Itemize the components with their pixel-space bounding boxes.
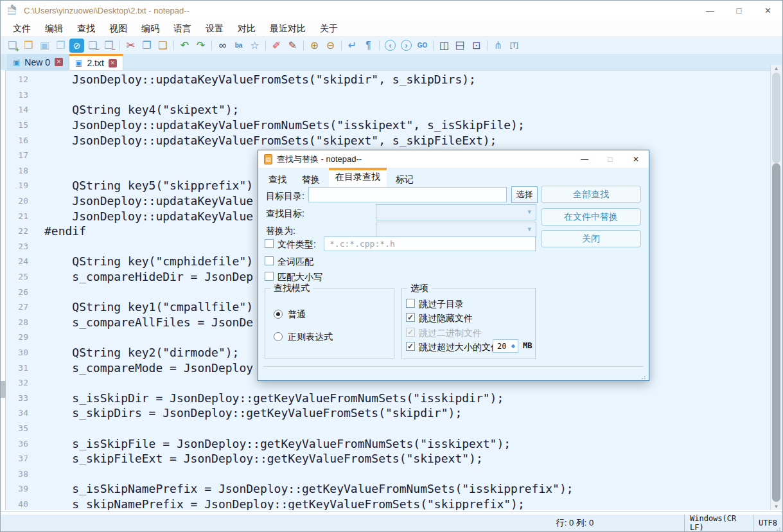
max-size-spinner[interactable]: 20◆ [493, 339, 518, 353]
file-tab-0[interactable]: ▣New 0✕ [7, 54, 69, 70]
skip-large-checkbox[interactable]: ✓ [406, 342, 415, 351]
code-line[interactable]: 38 [6, 466, 770, 481]
code-line[interactable]: 35 [6, 421, 770, 436]
dialog-title-bar: ▤ 查找与替换 - notepad-- — □ ✕ [258, 150, 649, 168]
compare-icon[interactable]: ⊘ [69, 39, 84, 53]
dialog-tab-3[interactable]: 标记 [389, 168, 420, 188]
menu-item-0[interactable]: 文件 [6, 20, 38, 37]
code-line[interactable]: 16 JsonDeploy::updataKeyValueFromSets("s… [6, 132, 770, 148]
highlight-pen-icon[interactable]: ✐ [269, 39, 284, 53]
line-number: 12 [6, 75, 28, 84]
dropdown-arrow-icon[interactable]: ▾ [527, 208, 531, 216]
replace-icon[interactable]: ba [231, 39, 246, 53]
save-icon[interactable]: ▣ [37, 39, 52, 53]
menu-item-1[interactable]: 编辑 [38, 20, 70, 37]
nav-forward-icon[interactable]: › [401, 40, 412, 51]
code-line[interactable]: 39 s_isSkipNamePrefix = JsonDeploy::getK… [6, 481, 770, 497]
split-window-icon[interactable]: ◫ [437, 39, 452, 53]
dialog-close-button[interactable]: ✕ [623, 150, 649, 168]
dialog-minimize-button[interactable]: — [572, 150, 597, 168]
copy-icon[interactable]: ❐ [139, 39, 154, 53]
code-text: JsonDeploy::updataKeyValueFromSets("skip… [44, 134, 497, 147]
function-list-icon[interactable]: ⋔ [491, 39, 506, 53]
file-type-checkbox[interactable] [265, 239, 274, 248]
menu-item-4[interactable]: 编码 [134, 20, 166, 37]
maximize-button[interactable]: □ [725, 1, 753, 20]
menu-item-9[interactable]: 关于 [313, 20, 345, 37]
menu-item-5[interactable]: 语言 [166, 20, 198, 37]
dialog-resize-grip-icon[interactable]: ⣠ [641, 371, 646, 380]
scrollbar-thumb[interactable] [772, 163, 780, 502]
tab-close-button[interactable]: ✕ [109, 59, 117, 67]
scroll-down-icon[interactable]: ▼ [771, 504, 782, 510]
dropdown-arrow-icon[interactable]: ▾ [527, 225, 531, 233]
vertical-scrollbar[interactable]: ▲ ▼ [770, 65, 782, 510]
zoom-out-icon[interactable]: ⊖ [323, 39, 338, 53]
zoom-in-icon[interactable]: ⊕ [307, 39, 322, 53]
tab-close-button[interactable]: ✕ [55, 58, 63, 66]
replace-in-files-button[interactable]: 在文件中替换 [541, 208, 641, 226]
code-line[interactable]: 34 s_skipDirs = JsonDeploy::getKeyValueF… [6, 405, 770, 421]
resize-grip-icon[interactable]: ⣠ [776, 523, 781, 531]
find-all-button[interactable]: 全部查找 [541, 186, 641, 203]
code-line[interactable]: 37 s_skipFileExt = JsonDeploy::getKeyVal… [6, 451, 770, 466]
statusbar-spacer [1, 514, 466, 531]
panel-grip-handle[interactable] [1, 381, 6, 398]
code-line[interactable]: 14 QString key4("skipext"); [6, 102, 770, 118]
choose-dir-button[interactable]: 选择 [511, 186, 538, 203]
target-dir-input[interactable] [308, 187, 507, 202]
file-tab-1[interactable]: ▣2.txt✕ [69, 54, 123, 70]
file-type-input[interactable]: *.c:*.cpp:*.h [324, 236, 536, 251]
menu-item-2[interactable]: 查找 [70, 20, 102, 37]
open-folder-icon[interactable]: ❒ [21, 39, 36, 53]
split-vertical-icon[interactable]: ◫ [453, 38, 468, 53]
code-line[interactable]: 15 JsonDeploy::updataKeyValueFromNumSets… [6, 118, 770, 133]
save-all-icon[interactable]: ❐ [53, 39, 68, 53]
find-icon[interactable]: ∞ [215, 39, 230, 53]
scroll-up-icon[interactable]: ▲ [771, 66, 782, 71]
menu-item-8[interactable]: 最近对比 [263, 20, 313, 37]
code-line[interactable]: 13 [6, 87, 770, 103]
find-target-combobox[interactable]: ▾ [376, 204, 536, 220]
close-all-icon[interactable]: ❐− [101, 39, 116, 53]
paste-icon[interactable]: ❑ [155, 39, 170, 53]
word-wrap-icon[interactable]: ↵ [345, 39, 360, 53]
dialog-tab-1[interactable]: 替换 [295, 168, 326, 188]
menu-item-3[interactable]: 视图 [102, 20, 134, 37]
code-line[interactable]: 33 s_isSkipDir = JsonDeploy::getKeyValue… [6, 390, 770, 405]
scrollbar-track-upper[interactable] [772, 73, 780, 163]
dialog-tab-0[interactable]: 查找 [262, 168, 293, 188]
goto-line-icon[interactable]: GO [415, 39, 430, 53]
menu-item-7[interactable]: 对比 [231, 20, 263, 37]
minimize-button[interactable]: — [696, 1, 725, 20]
erase-pen-icon[interactable]: ✎ [285, 39, 300, 53]
skip-large-checkbox-label: 跳过超过大小的文件 [419, 342, 500, 353]
close-file-icon[interactable]: ❏− [85, 39, 100, 53]
monitor-icon[interactable]: ⊡ [469, 39, 484, 53]
toolbar-separator [341, 40, 342, 51]
new-file-icon[interactable]: ❏+ [5, 39, 20, 53]
dialog-tab-2[interactable]: 在目录查找 [329, 168, 387, 188]
dialog-maximize-button[interactable]: □ [597, 150, 623, 168]
whole-word-checkbox[interactable] [265, 256, 274, 265]
close-button[interactable]: ✕ [753, 1, 782, 20]
skip-hidden-checkbox[interactable]: ✓ [406, 313, 415, 322]
mode-normal-radio[interactable] [274, 310, 283, 319]
spinner-icon[interactable]: ◆ [511, 343, 518, 349]
code-line[interactable]: 36 s_isSkipFile = JsonDeploy::getKeyValu… [6, 436, 770, 451]
cut-icon[interactable]: ✂ [123, 39, 138, 53]
text-format-icon[interactable]: [T] [507, 39, 522, 53]
close-dialog-button[interactable]: 关闭 [541, 230, 641, 247]
nav-back-icon[interactable]: ‹ [385, 40, 396, 51]
show-symbol-icon[interactable]: ¶ [361, 39, 376, 53]
code-line[interactable]: 12 JsonDeploy::updataKeyValueFromSets("s… [6, 72, 770, 87]
redo-icon[interactable]: ↷ [193, 39, 208, 53]
skip-subdir-checkbox[interactable] [406, 299, 415, 308]
menu-item-6[interactable]: 设置 [198, 20, 231, 37]
code-line[interactable]: 40 s_skipNamePrefix = JsonDeploy::getKey… [6, 497, 770, 510]
match-case-checkbox[interactable] [265, 272, 274, 281]
mode-regex-radio[interactable] [274, 332, 283, 341]
replace-with-combobox[interactable]: ▾ [376, 222, 536, 238]
undo-icon[interactable]: ↶ [177, 39, 192, 53]
mark-icon[interactable]: ☆ [247, 39, 262, 53]
